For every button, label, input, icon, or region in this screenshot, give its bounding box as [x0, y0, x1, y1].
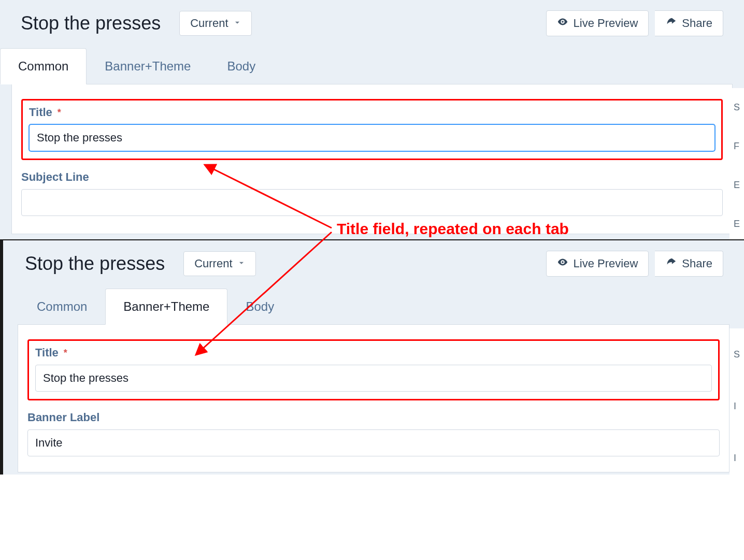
tab-panel-banner: Title * Banner Label — [18, 324, 729, 472]
share-button[interactable]: Share — [655, 251, 723, 277]
required-asterisk-icon: * — [64, 348, 67, 358]
version-label: Current — [194, 257, 232, 270]
title-input[interactable] — [29, 124, 715, 151]
header-actions: Live Preview Share — [546, 251, 723, 277]
tab-banner-theme[interactable]: Banner+Theme — [105, 289, 227, 325]
title-field-label: Title * — [29, 106, 715, 119]
version-dropdown[interactable]: Current — [183, 251, 255, 276]
tab-banner-theme[interactable]: Banner+Theme — [87, 48, 209, 84]
eye-icon — [557, 256, 568, 271]
title-label-text: Title — [29, 106, 52, 119]
tab-body[interactable]: Body — [227, 289, 292, 325]
tab-body[interactable]: Body — [209, 48, 274, 84]
eye-icon — [557, 16, 568, 31]
share-button[interactable]: Share — [655, 10, 723, 36]
tab-common[interactable]: Common — [0, 48, 87, 84]
share-label: Share — [682, 257, 712, 270]
banner-label-input[interactable] — [27, 429, 720, 456]
annotation-highlight-box: Title * — [21, 99, 723, 160]
share-arrow-icon — [665, 256, 677, 271]
version-dropdown[interactable]: Current — [179, 11, 251, 36]
share-arrow-icon — [665, 16, 677, 31]
editor-header: Stop the presses Current Live Preview Sh… — [0, 0, 744, 47]
live-preview-label: Live Preview — [574, 257, 638, 270]
right-sidebar-peek: SFEE — [729, 88, 744, 243]
live-preview-label: Live Preview — [574, 17, 638, 30]
title-input[interactable] — [35, 365, 712, 392]
live-preview-button[interactable]: Live Preview — [546, 251, 649, 277]
title-field-label: Title * — [35, 346, 712, 360]
page-title: Stop the presses — [21, 12, 161, 34]
editor-tabs: Common Banner+Theme Body — [0, 47, 744, 84]
chevron-down-icon — [238, 260, 245, 268]
editor-header: Stop the presses Current Live Preview Sh… — [3, 240, 744, 287]
required-asterisk-icon: * — [58, 107, 61, 118]
subject-line-label: Subject Line — [21, 170, 723, 184]
version-label: Current — [190, 17, 228, 30]
tab-panel-common: Title * Subject Line — [11, 84, 733, 234]
header-actions: Live Preview Share — [546, 10, 723, 36]
subject-line-input[interactable] — [21, 189, 723, 216]
banner-label-label: Banner Label — [27, 411, 720, 424]
title-label-text: Title — [35, 346, 59, 360]
editor-screenshot-banner: Stop the presses Current Live Preview Sh… — [0, 239, 744, 475]
live-preview-button[interactable]: Live Preview — [546, 10, 649, 36]
editor-screenshot-common: Stop the presses Current Live Preview Sh… — [0, 0, 744, 239]
editor-tabs: Common Banner+Theme Body — [3, 287, 744, 324]
page-title: Stop the presses — [25, 253, 165, 275]
chevron-down-icon — [234, 19, 241, 28]
right-sidebar-peek: SII — [729, 328, 744, 475]
tab-common[interactable]: Common — [19, 289, 105, 325]
share-label: Share — [682, 17, 712, 30]
annotation-highlight-box: Title * — [27, 339, 720, 400]
